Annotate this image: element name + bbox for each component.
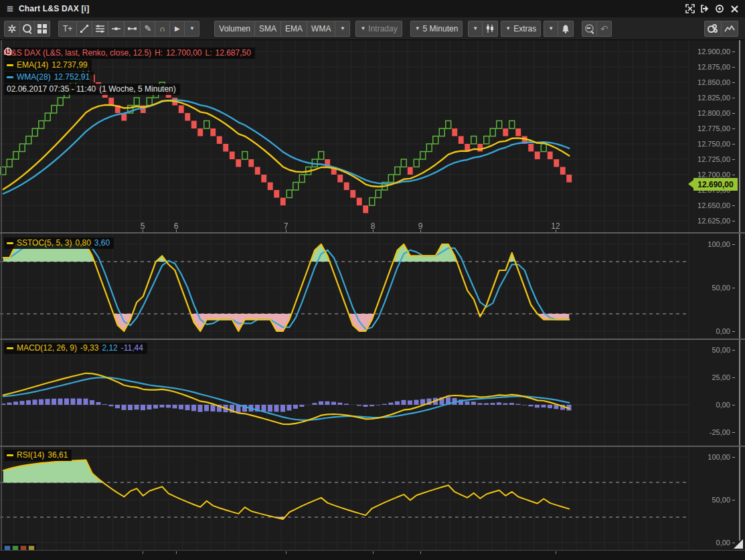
- arc-icon: ∩: [160, 24, 166, 33]
- series-legend-row[interactable]: L&S DAX (L&S, last, Renko, close, 12.5) …: [4, 48, 255, 59]
- axis-tick-label: 12.825,00: [688, 94, 735, 102]
- axis-tick-label: -25,00: [688, 428, 735, 436]
- series-name: L&S DAX (L&S, last, Renko, close, 12.5): [7, 48, 151, 58]
- resize-handle[interactable]: [734, 539, 743, 549]
- chart-canvas[interactable]: [0, 40, 689, 550]
- chevron-down-icon: ▼: [415, 25, 420, 31]
- last-price-badge: 12.690,00: [693, 178, 738, 191]
- rsi-legend: RSI(14) 36,61: [4, 450, 72, 461]
- trendline-tool-button[interactable]: [77, 21, 92, 37]
- indicators-more-button[interactable]: ▼: [335, 21, 350, 37]
- extras-dropdown[interactable]: ▼Extras: [501, 21, 541, 37]
- depth-button[interactable]: [704, 21, 722, 37]
- chart-area[interactable]: 12.900,0012.875,0012.850,0012.825,0012.8…: [0, 40, 745, 550]
- horizontal-line-tool-button[interactable]: [108, 21, 125, 37]
- segment-tool-button[interactable]: [125, 21, 141, 37]
- maximize-icon: [685, 4, 695, 13]
- fibonacci-icon: [95, 24, 105, 33]
- line-chart-button[interactable]: [722, 21, 738, 37]
- title-bar: ≡ Chart L&S DAX [i]: [0, 0, 745, 18]
- maximize-button[interactable]: [685, 3, 695, 14]
- ema-line-icon: [7, 64, 13, 66]
- alert-button[interactable]: [558, 21, 574, 37]
- arc-tool-button[interactable]: ∩: [155, 21, 170, 37]
- popout-button[interactable]: [699, 3, 710, 14]
- bubbles-icon: [708, 24, 718, 33]
- ema-name: EMA(14): [17, 60, 48, 70]
- ema-button[interactable]: EMA: [281, 21, 307, 37]
- pointer-tool-button[interactable]: ▶: [170, 21, 185, 37]
- panel-separator[interactable]: [0, 232, 745, 234]
- scrollbar-tick: [143, 551, 143, 554]
- low-value: 12.687,50: [216, 48, 251, 58]
- fibonacci-tool-button[interactable]: [92, 21, 108, 37]
- sstoc-d-value: 3,60: [94, 238, 110, 248]
- chart-window: ≡ Chart L&S DAX [i]: [0, 0, 745, 560]
- axis-tick-label: 12.800,00: [688, 109, 735, 117]
- rsi-line-icon: [7, 454, 13, 456]
- text-tool-button[interactable]: T+: [58, 21, 77, 37]
- axis-tick-label: 0,00: [688, 327, 735, 335]
- gear-icon: [7, 24, 17, 33]
- sstoc-name: SSTOC(5, 5, 3): [17, 238, 72, 248]
- layout-button[interactable]: [35, 21, 50, 37]
- pencil-icon: ✎: [144, 23, 151, 33]
- interval-dropdown[interactable]: ▼5 Minuten: [410, 21, 463, 37]
- popout-icon: [700, 4, 710, 13]
- close-button[interactable]: [729, 3, 740, 14]
- window-title: Chart L&S DAX [i]: [19, 4, 89, 13]
- time-legend-row: 02.06.2017 07:35 - 11:40 (1 Woche, 5 Min…: [4, 84, 180, 95]
- chevron-down-icon: ▼: [360, 25, 365, 31]
- high-value: 12.700,00: [166, 48, 201, 58]
- zoom-out-button[interactable]: [582, 21, 597, 37]
- undo-button[interactable]: ↶: [597, 21, 612, 37]
- sstoc-legend: SSTOC(5, 5, 3) 0,80 3,60: [4, 238, 114, 249]
- menu-icon[interactable]: ≡: [7, 3, 13, 15]
- wma-legend-row[interactable]: WMA(28)12.752,91: [4, 72, 94, 83]
- chart-type-button[interactable]: [483, 21, 498, 37]
- settings-button[interactable]: [4, 21, 20, 37]
- play-icon: ▶: [175, 25, 180, 32]
- alerts-more-button[interactable]: ▼: [544, 21, 558, 37]
- axis-tick-label: 0,00: [688, 401, 735, 409]
- right-scroll-edge[interactable]: [739, 40, 740, 541]
- tools-more-button[interactable]: ▼: [185, 21, 199, 37]
- axis-tick-label: 25,00: [688, 373, 735, 381]
- wma-button[interactable]: WMA: [307, 21, 335, 37]
- panel-separator[interactable]: [0, 339, 745, 340]
- macd-signal-value: 2,12: [102, 343, 117, 353]
- volume-button[interactable]: Volumen: [214, 21, 255, 37]
- chart-type-more-button[interactable]: ▼: [468, 21, 483, 37]
- axis-tick-label: 12.875,00: [688, 63, 735, 71]
- left-border: [1, 40, 2, 550]
- macd-legend-row[interactable]: MACD(12, 26, 9) -9,33 2,12 -11,44: [4, 343, 147, 354]
- rsi-value: 36,61: [48, 450, 68, 460]
- target-icon: [715, 4, 724, 13]
- panel-separator[interactable]: [0, 446, 745, 447]
- high-label: H:: [155, 48, 163, 58]
- rsi-legend-row[interactable]: RSI(14) 36,61: [4, 450, 72, 461]
- axis-tick-label: 12.625,00: [688, 217, 735, 225]
- draw-tool-button[interactable]: ✎: [141, 21, 155, 37]
- chevron-down-icon: ▼: [548, 25, 554, 31]
- macd-line-icon: [7, 347, 13, 349]
- scrollbar-tick: [420, 551, 421, 554]
- search-button[interactable]: [20, 21, 35, 37]
- clock-icon: [4, 48, 12, 56]
- intraday-dropdown[interactable]: ▼Intraday: [355, 21, 402, 37]
- bottom-scrollbar[interactable]: [0, 550, 745, 560]
- bell-icon: [561, 24, 570, 33]
- candlestick-icon: [485, 23, 495, 33]
- axis-tick-label: 12.850,00: [688, 78, 735, 86]
- sstoc-legend-row[interactable]: SSTOC(5, 5, 3) 0,80 3,60: [4, 238, 114, 249]
- chevron-down-icon: ▼: [505, 25, 511, 31]
- ema-legend-row[interactable]: EMA(14)12.737,99: [4, 60, 92, 71]
- scrollbar-tick: [556, 551, 556, 554]
- macd-legend: MACD(12, 26, 9) -9,33 2,12 -11,44: [4, 343, 147, 354]
- chevron-down-icon: ▼: [340, 25, 345, 31]
- record-button[interactable]: [714, 3, 725, 14]
- axis-tick-label: 100,00: [688, 240, 735, 248]
- axis-tick-label: 12.650,00: [688, 201, 735, 209]
- low-label: L:: [205, 48, 212, 58]
- sma-button[interactable]: SMA: [255, 21, 281, 37]
